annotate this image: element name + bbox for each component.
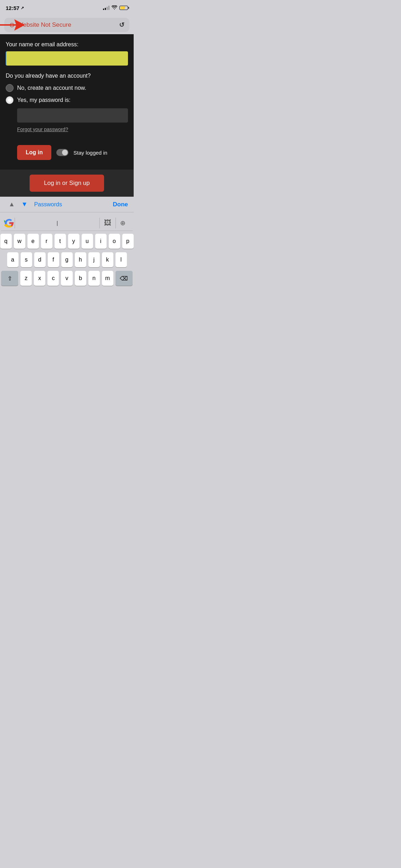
key-t[interactable]: t — [55, 234, 66, 249]
nav-down-button[interactable]: ▼ — [19, 199, 31, 210]
email-input[interactable] — [6, 51, 128, 66]
key-n[interactable]: n — [88, 271, 100, 286]
suggestion-icon-1[interactable]: 🖼 — [100, 219, 115, 227]
key-e[interactable]: e — [27, 234, 39, 249]
key-g[interactable]: g — [61, 252, 73, 267]
delete-key[interactable]: ⌫ — [115, 271, 133, 286]
key-p[interactable]: p — [122, 234, 134, 249]
stay-logged-label: Stay logged in — [73, 150, 107, 156]
key-b[interactable]: b — [75, 271, 86, 286]
key-i[interactable]: i — [95, 234, 107, 249]
nav-up-button[interactable]: ▲ — [6, 199, 18, 210]
toolbar-nav: ▲ ▼ Passwords — [6, 199, 113, 210]
keyboard-row-1: q w e r t y u i o p — [1, 234, 133, 249]
suggestion-middle: | — [15, 220, 99, 226]
forgot-password-link[interactable]: Forgot your password? — [17, 126, 68, 132]
keyboard-toolbar: ▲ ▼ Passwords Done — [0, 197, 134, 212]
key-k[interactable]: k — [102, 252, 113, 267]
login-row: Log in Stay logged in — [17, 145, 128, 160]
radio-no-account[interactable]: No, create an account now. — [6, 84, 128, 92]
browser-bar: ⊙ Website Not Secure ↺ — [0, 16, 134, 34]
radio-no-icon[interactable] — [6, 84, 14, 92]
key-q[interactable]: q — [0, 234, 12, 249]
key-r[interactable]: r — [41, 234, 52, 249]
key-u[interactable]: u — [82, 234, 93, 249]
stay-logged-toggle[interactable] — [56, 149, 68, 156]
signal-icon — [103, 6, 109, 10]
key-o[interactable]: o — [109, 234, 120, 249]
email-label: Your name or email address: — [6, 41, 128, 48]
key-z[interactable]: z — [20, 271, 32, 286]
key-w[interactable]: w — [14, 234, 25, 249]
red-arrow — [0, 17, 25, 33]
radio-yes-account[interactable]: Yes, my password is: — [6, 96, 128, 104]
keyboard: | 🖼 ⊕ q w e r t y u i o p a s d f g h j … — [0, 212, 134, 289]
radio-group: No, create an account now. Yes, my passw… — [6, 84, 128, 139]
shift-key[interactable]: ⇧ — [1, 271, 18, 286]
security-warning-text: Website Not Secure — [17, 21, 71, 29]
radio-yes-label: Yes, my password is: — [17, 97, 71, 103]
radio-no-label: No, create an account now. — [17, 85, 86, 91]
svg-marker-0 — [0, 19, 25, 31]
shift-icon: ⇧ — [7, 275, 12, 282]
google-logo — [4, 218, 15, 228]
key-v[interactable]: v — [61, 271, 72, 286]
keyboard-suggestions: | 🖼 ⊕ — [1, 215, 133, 231]
status-icons: ⚡ — [103, 5, 128, 11]
web-content: Your name or email address: Do you alrea… — [0, 34, 134, 170]
key-h[interactable]: h — [75, 252, 86, 267]
time-display: 12:57 — [6, 5, 19, 11]
password-input[interactable] — [17, 108, 128, 123]
delete-icon: ⌫ — [120, 275, 128, 282]
key-x[interactable]: x — [34, 271, 45, 286]
key-y[interactable]: y — [68, 234, 79, 249]
keyboard-row-3: ⇧ z x c v b n m ⌫ — [1, 271, 133, 286]
key-l[interactable]: l — [115, 252, 127, 267]
login-button[interactable]: Log in — [17, 145, 51, 160]
signup-button[interactable]: Log in or Sign up — [30, 175, 104, 192]
key-c[interactable]: c — [47, 271, 59, 286]
key-s[interactable]: s — [21, 252, 32, 267]
passwords-button[interactable]: Passwords — [31, 201, 65, 208]
key-d[interactable]: d — [34, 252, 46, 267]
keyboard-row-2: a s d f g h j k l — [1, 252, 133, 267]
status-bar: 12:57 ↗ ⚡ — [0, 0, 134, 16]
refresh-icon[interactable]: ↺ — [119, 21, 124, 29]
done-button[interactable]: Done — [113, 201, 128, 208]
account-question: Do you already have an account? — [6, 73, 128, 79]
key-a[interactable]: a — [7, 252, 19, 267]
key-m[interactable]: m — [102, 271, 113, 286]
key-j[interactable]: j — [88, 252, 100, 267]
suggestion-icon-2[interactable]: ⊕ — [116, 219, 130, 227]
wifi-icon — [112, 5, 117, 11]
signup-section: Log in or Sign up — [0, 170, 134, 197]
radio-yes-icon[interactable] — [6, 96, 14, 104]
key-f[interactable]: f — [48, 252, 59, 267]
battery-icon: ⚡ — [119, 6, 128, 10]
status-time: 12:57 ↗ — [6, 5, 24, 11]
location-icon: ↗ — [21, 6, 24, 10]
